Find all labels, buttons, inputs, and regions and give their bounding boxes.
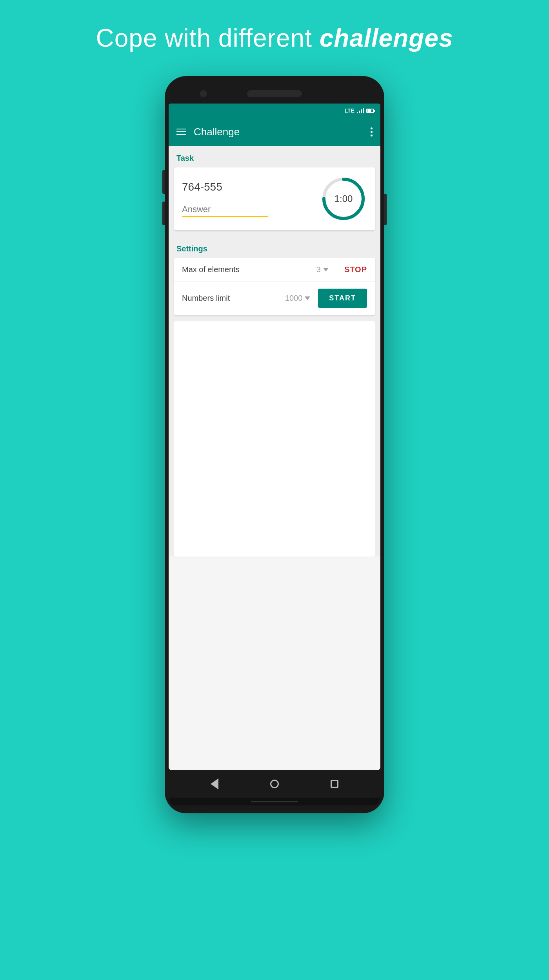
task-expression: 764-555 [182, 181, 312, 193]
battery-fill [367, 109, 371, 112]
numbers-limit-value: 1000 [285, 294, 303, 303]
signal-bar-2 [359, 111, 360, 113]
settings-row-max-elements: Max of elements 3 STOP [174, 258, 375, 282]
phone-shell: LTE Challenge [165, 76, 384, 813]
phone-top-bar [169, 84, 380, 104]
volume-down-button [162, 202, 165, 225]
hamburger-line-2 [176, 131, 186, 132]
settings-section-header: Settings [169, 236, 380, 258]
app-bar-left: Challenge [176, 126, 240, 138]
settings-card: Max of elements 3 STOP Numbers limit 100… [174, 258, 375, 315]
headline-italic: challenges [320, 24, 453, 52]
signal-bars [357, 108, 364, 113]
settings-action-start: START [318, 289, 367, 308]
hamburger-line-1 [176, 129, 186, 129]
signal-bar-3 [361, 109, 362, 113]
status-bar: LTE [169, 104, 380, 118]
signal-bar-1 [357, 112, 358, 113]
more-menu-icon[interactable] [371, 127, 373, 136]
settings-action-stop: STOP [344, 265, 367, 274]
answer-input[interactable] [182, 203, 268, 217]
task-left: 764-555 [182, 181, 312, 217]
app-title: Challenge [194, 126, 240, 138]
phone-bottom-nav [169, 770, 380, 798]
stop-button[interactable]: STOP [344, 265, 367, 274]
settings-row-numbers-limit: Numbers limit 1000 START [174, 282, 375, 315]
headline-normal: Cope with different [96, 24, 319, 52]
nav-home-button[interactable] [268, 778, 281, 790]
max-elements-arrow [323, 268, 329, 271]
timer-circle: 1:00 [320, 175, 367, 222]
nav-recents-button[interactable] [328, 778, 341, 790]
hamburger-line-3 [176, 134, 186, 135]
signal-bar-4 [363, 108, 364, 113]
more-dot-3 [371, 135, 373, 136]
recents-icon [331, 780, 338, 788]
earpiece-speaker [247, 90, 302, 97]
phone-bottom-strip [169, 798, 380, 805]
content-area: Task 764-555 1:00 Settings [169, 146, 380, 556]
task-section-header: Task [169, 146, 380, 167]
bottom-strip-line [251, 801, 298, 802]
content-bottom-area [174, 321, 375, 556]
phone-screen: LTE Challenge [169, 104, 380, 770]
max-elements-label: Max of elements [182, 265, 316, 274]
app-bar: Challenge [169, 118, 380, 146]
home-icon [270, 780, 279, 788]
lte-indicator: LTE [345, 107, 354, 114]
headline: Cope with different challenges [96, 24, 453, 53]
front-camera [200, 90, 207, 97]
start-button[interactable]: START [318, 289, 367, 308]
back-icon [211, 778, 218, 789]
hamburger-icon[interactable] [176, 129, 186, 135]
nav-back-button[interactable] [208, 778, 221, 790]
power-button [384, 194, 387, 225]
more-dot-2 [371, 131, 373, 133]
volume-up-button [162, 170, 165, 194]
numbers-limit-dropdown[interactable]: 1000 [285, 294, 311, 303]
battery-icon [366, 109, 374, 113]
task-card: 764-555 1:00 [174, 167, 375, 230]
max-elements-dropdown[interactable]: 3 [316, 265, 329, 274]
numbers-limit-label: Numbers limit [182, 294, 285, 303]
max-elements-value: 3 [316, 265, 321, 274]
timer-text: 1:00 [334, 193, 353, 204]
numbers-limit-arrow [305, 296, 310, 300]
more-dot-1 [371, 127, 373, 129]
